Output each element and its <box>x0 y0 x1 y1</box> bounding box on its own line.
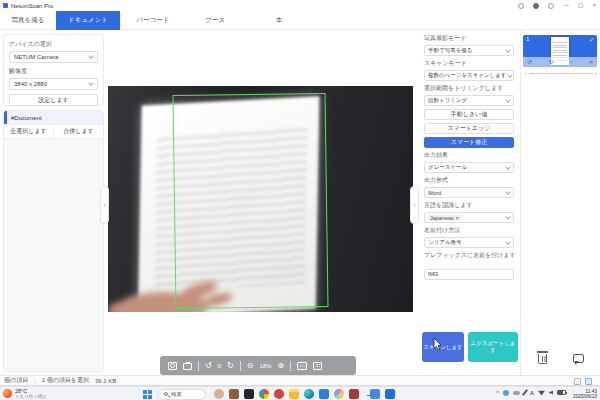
outlook-icon[interactable] <box>385 389 395 399</box>
export-button[interactable]: エクスポートします <box>468 332 518 362</box>
app-icon-red[interactable] <box>274 389 284 399</box>
rotate-cw-icon[interactable]: ↻ <box>227 361 234 371</box>
scan-button[interactable]: スキャンします <box>422 332 464 362</box>
onedrive-icon[interactable] <box>513 391 520 395</box>
resolution-label: 解像度 <box>9 67 98 76</box>
chevron-down-icon <box>505 189 511 195</box>
smart-edge-button[interactable]: スマートエッジ <box>424 123 514 134</box>
tab-book[interactable]: 本 <box>244 11 314 30</box>
divider <box>198 361 199 371</box>
photo-mode-label: 写真撮影モード <box>424 34 514 43</box>
device-panel: デバイスの選択 NETUM Camera 解像度 3840 x 2880 設定し… <box>3 34 104 106</box>
smart-fix-button[interactable]: スマート修正 <box>424 137 514 148</box>
crop-range-label: 選択範囲をトリミングします <box>424 84 514 93</box>
fit-screen-icon[interactable] <box>313 362 322 370</box>
chevron-down-icon <box>505 164 511 170</box>
chevron-down-icon <box>505 239 511 245</box>
thumbnail-item[interactable]: 1 ✓ ↺ ↻ ↑ × <box>523 35 597 67</box>
thumb-delete-icon[interactable]: × <box>589 57 593 67</box>
ime-indicator[interactable]: A <box>530 390 534 396</box>
zoom-level: 18% <box>259 363 271 369</box>
grid-view-icon[interactable] <box>585 378 592 385</box>
next-page-button[interactable]: › <box>410 186 419 224</box>
close-button[interactable]: × <box>592 1 596 10</box>
thumb-rotate-ccw-icon[interactable]: ↺ <box>527 57 532 67</box>
chevron-down-icon <box>508 72 514 78</box>
zoom-out-icon[interactable]: ⊖ <box>247 361 254 371</box>
trash-icon[interactable] <box>538 354 547 364</box>
taskbar-search[interactable]: 検索 <box>158 389 206 400</box>
battery-icon[interactable] <box>557 390 566 395</box>
snapshot-icon[interactable] <box>168 362 177 370</box>
rotate-ccw-icon[interactable]: ↺ <box>205 361 212 371</box>
tag-close-icon[interactable]: × <box>456 215 459 221</box>
prefix-label: プレフィックスに名前を付けます <box>424 251 514 260</box>
pen-icon[interactable] <box>522 389 528 396</box>
chevron-down-icon <box>88 80 94 86</box>
app-icon-maroon[interactable] <box>349 389 359 399</box>
ocr-language-select[interactable]: Japanese × <box>424 212 514 223</box>
check-icon: ✓ <box>589 36 594 43</box>
settings-panel: 写真撮影モード 手動で写真を撮る スキャンモード 複数のページをスキャンします … <box>424 31 514 280</box>
screen: NetumScan Pro — ▢ × 写真を撮る ドキュメント バーコード ブ… <box>0 0 600 400</box>
thumb-upload-icon[interactable]: ↑ <box>570 57 573 67</box>
resolution-select[interactable]: 3840 x 2880 <box>9 78 98 90</box>
select-all-button[interactable]: 全選択します <box>4 125 54 138</box>
divider <box>290 361 291 371</box>
mouse-cursor <box>433 337 442 355</box>
tab-barcode[interactable]: バーコード <box>120 11 186 30</box>
tab-document[interactable]: ドキュメント <box>56 11 120 30</box>
edge-icon[interactable] <box>304 389 314 399</box>
list-view-icon[interactable] <box>574 378 581 385</box>
photos-icon[interactable] <box>334 389 344 399</box>
tray-app-icon[interactable] <box>503 390 509 396</box>
start-button[interactable] <box>143 390 152 399</box>
prefix-input[interactable] <box>424 269 514 280</box>
minimize-button[interactable]: — <box>563 1 569 10</box>
app-icon-jar[interactable] <box>229 389 239 399</box>
file-explorer-icon[interactable] <box>289 389 299 399</box>
chrome-icon[interactable] <box>259 389 269 399</box>
chat-icon[interactable] <box>573 354 584 363</box>
naming-method-select[interactable]: シリアル番号 <box>424 237 514 248</box>
gear-icon[interactable] <box>548 3 554 9</box>
output-effect-select[interactable]: グレースケール <box>424 162 514 173</box>
output-format-select[interactable]: Word <box>424 187 514 198</box>
language-tag[interactable]: Japanese × <box>428 215 461 221</box>
taskbar-clock[interactable]: 11:43 2025/06/13 <box>573 389 597 400</box>
app-icon-person[interactable] <box>214 389 224 399</box>
scan-mode-select[interactable]: 複数のページをスキャンします <box>424 70 514 81</box>
divider <box>240 361 241 371</box>
search-icon <box>164 392 168 396</box>
device-select[interactable]: NETUM Camera <box>9 51 98 63</box>
avatar-icon[interactable] <box>533 3 539 9</box>
globe-icon[interactable] <box>518 3 524 9</box>
search-label: 検索 <box>171 391 182 398</box>
photo-mode-select[interactable]: 手動で写真を撮る <box>424 45 514 56</box>
tab-booth[interactable]: ブース <box>186 11 244 30</box>
maximize-button[interactable]: ▢ <box>578 1 584 10</box>
actual-size-icon[interactable]: 1:1 <box>297 362 307 370</box>
output-format-label: 出力形式 <box>424 176 514 185</box>
thumbnail-resize-handle[interactable]: ‹› <box>525 70 597 76</box>
tray-expand-icon[interactable]: ^ <box>496 390 499 396</box>
tab-take-photo[interactable]: 写真を撮る <box>0 11 56 30</box>
status-selected: 1 個の項目を選択 <box>42 376 89 385</box>
wifi-icon[interactable] <box>538 390 545 396</box>
crop-selection-rect[interactable] <box>173 93 329 309</box>
prev-page-button[interactable]: ‹ <box>100 186 109 224</box>
apply-settings-button[interactable]: 設定します <box>9 94 98 106</box>
camera-icon[interactable] <box>183 363 192 370</box>
store-icon[interactable] <box>319 389 329 399</box>
speaker-icon[interactable] <box>549 391 553 395</box>
crop-mode-select[interactable]: 自動トリミング <box>424 95 514 106</box>
app-icon-dark[interactable] <box>244 389 254 399</box>
thumb-rotate-cw-icon[interactable]: ↻ <box>549 57 554 67</box>
statusbar: 個の項目 | 1 個の項目を選択 36.1 KB <box>0 375 600 386</box>
zoom-in-icon[interactable]: ⊕ <box>277 361 284 371</box>
merge-button[interactable]: 合併します <box>54 125 103 138</box>
manual-threshold-button[interactable]: 手動しきい値 <box>424 109 514 120</box>
weather-desc: くもり時々晴れ <box>15 394 47 399</box>
weather-widget[interactable]: 28°C くもり時々晴れ <box>3 388 47 399</box>
titlebar: NetumScan Pro — ▢ × <box>0 0 600 11</box>
